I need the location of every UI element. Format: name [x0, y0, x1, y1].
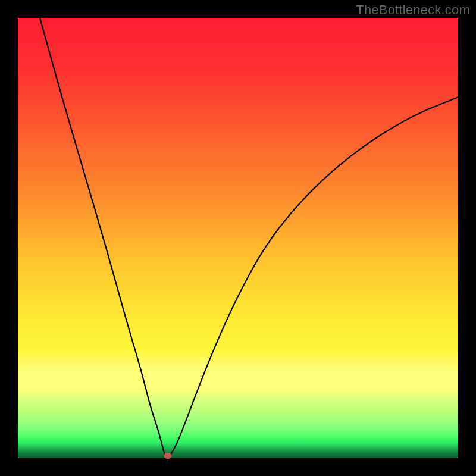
- optimum-marker: [164, 453, 171, 459]
- watermark-text: TheBottleneck.com: [356, 2, 470, 18]
- curve-left-branch: [40, 18, 165, 456]
- curve-right-branch: [170, 97, 458, 456]
- bottleneck-curve: [18, 18, 458, 458]
- chart-frame: TheBottleneck.com: [0, 0, 476, 476]
- plot-area: [18, 18, 458, 458]
